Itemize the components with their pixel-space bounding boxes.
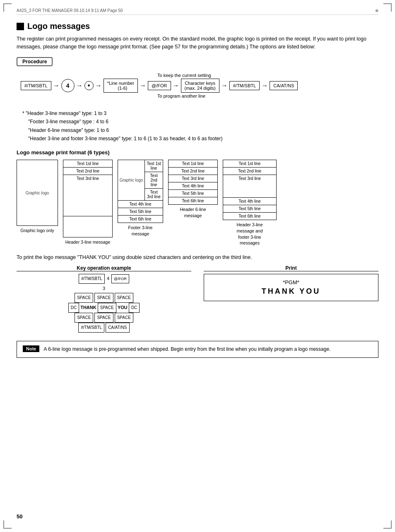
t3-row1: Text 1st line [145, 160, 163, 172]
key-space2: SPACE [94, 293, 113, 303]
note-line-3: "Header 6-line message" type: 1 to 6 [28, 126, 378, 134]
t5-row5: Text 5th line [223, 205, 276, 213]
key-space3: SPACE [115, 293, 133, 303]
arrow1: → [53, 82, 60, 89]
t5-row1: Text 1st line [223, 160, 276, 168]
logo-format-title: Logo message print format (6 types) [17, 149, 378, 156]
t4-row6: Text 6th line [169, 197, 217, 204]
t2-row1: Text 1st line [63, 160, 112, 168]
key-tmsbtl2: #/TM/SBTL [78, 323, 104, 333]
key-diagram: #/TM/SBTL 4 @/FOR 3 SPACE SPACE SPACE DC… [17, 274, 191, 333]
key-for: @/FOR [111, 274, 129, 283]
flow-box-tmsbtl2: #/TM/SBTL [229, 81, 260, 90]
section-title-icon [17, 23, 24, 30]
key-op-col: Key operation example #/TM/SBTL 4 @/FOR … [17, 265, 191, 333]
key-space1: SPACE [75, 293, 93, 303]
page-number: 50 [17, 513, 22, 520]
header-right: ⊕ [375, 8, 378, 13]
print-pgm: *PGM* [211, 279, 371, 285]
arrow5: → [173, 82, 179, 89]
logo-type-label-2: Header 3-line message [65, 239, 111, 245]
program-note: To program another line [157, 93, 205, 98]
key-dc1: DC [68, 303, 79, 313]
key-space4: SPACE [98, 303, 116, 313]
print-thank: THANK YOU [211, 287, 371, 296]
t2-row3: Text 3rd line [63, 175, 112, 216]
title-text: Logo messages [27, 22, 90, 31]
key-row-3: SPACE SPACE SPACE [17, 293, 191, 303]
key-4: 4 [107, 276, 111, 281]
t4-row5: Text 5th line [169, 190, 217, 197]
logo-type-label-1: Graphic logo only [20, 228, 54, 234]
note-badge: Note [23, 345, 39, 352]
arrow3: → [95, 82, 102, 89]
note-text: A 6-line logo message is pre-programmed … [43, 345, 330, 353]
t4-row1: Text 1st line [169, 160, 217, 168]
t3-row2: Text 2nd line [145, 172, 163, 189]
key-space6: SPACE [94, 313, 113, 323]
note-line-1: * "Header 3-line message" type: 1 to 3 [22, 109, 378, 117]
key-you: YOU [118, 305, 129, 310]
key-print-section: Key operation example #/TM/SBTL 4 @/FOR … [17, 265, 378, 333]
logo-format-section: Logo message print format (6 types) Grap… [17, 149, 378, 246]
note-line-2: "Footer 3-line message" type : 4 to 6 [28, 117, 378, 126]
flow-diagram: To keep the current setting #/TM/SBTL → … [17, 70, 378, 103]
intro-text: The register can print programmed messag… [17, 35, 378, 51]
t3-row6: Text 6th line [118, 216, 163, 223]
t5-row3: Text 3rd line [223, 175, 276, 198]
t5-row2: Text 2nd line [223, 168, 276, 175]
key-row-4: DC THANK SPACE YOU DC [17, 303, 191, 313]
page-header: A42S_3 FOR THE MANAGER 09.10.14 9:11 AM … [17, 8, 378, 15]
t2-row2: Text 2nd line [63, 168, 112, 175]
flow-box-caatns: CA/AT/NS [270, 81, 298, 90]
logo-type-label-5: Header 3-linemessage andfooter 3-linemes… [236, 222, 263, 246]
note-box: Note A 6-line logo message is pre-progra… [17, 341, 378, 358]
key-dc2: DC [129, 303, 140, 313]
example-intro: To print the logo message "THANK YOU" us… [17, 254, 378, 260]
t3-row3: Text 3rd line [145, 189, 163, 200]
flow-circle-4: 4 [61, 79, 75, 92]
key-row-6: #/TM/SBTL CA/AT/NS [17, 323, 191, 333]
print-col: Print *PGM* THANK YOU [204, 265, 378, 301]
t4-row4: Text 4th line [169, 182, 217, 190]
flow-dot-circle: • [84, 81, 94, 90]
t3-row4: Text 4th line [118, 201, 163, 208]
logo-types-row: Graphic logo Graphic logo only Text 1st … [17, 160, 378, 246]
arrow2: → [76, 82, 83, 89]
t2-empty [63, 216, 112, 237]
key-space5: SPACE [75, 313, 93, 323]
key-op-col-title: Key operation example [17, 265, 191, 271]
key-caatns: CA/AT/NS [106, 323, 129, 333]
key-row-2: 3 [17, 284, 191, 293]
print-box: *PGM* THANK YOU [204, 274, 378, 301]
section-title: Logo messages [17, 22, 378, 31]
keep-note: To keep the current setting [157, 73, 378, 78]
t5-row6: Text 6th line [223, 213, 276, 220]
key-thank: THANK [80, 305, 98, 310]
arrow6: → [221, 82, 228, 89]
logo-type-1: Graphic logo Graphic logo only [17, 160, 58, 234]
t4-row3: Text 3rd line [169, 175, 217, 182]
logo-type-4: Text 1st line Text 2nd line Text 3rd lin… [168, 160, 218, 218]
header-left: A42S_3 FOR THE MANAGER 09.10.14 9:11 AM … [17, 8, 123, 13]
procedure-badge: Procedure [17, 57, 53, 66]
arrow4: → [140, 82, 146, 89]
logo-type-5: Text 1st line Text 2nd line Text 3rd lin… [223, 160, 277, 246]
print-col-title: Print [204, 265, 378, 271]
logo-type-3: Graphic logo Text 1st line Text 2nd line… [118, 160, 163, 237]
flow-box-tmsbtl1: #/TM/SBTL [21, 81, 51, 90]
logo-type-label-4: Header 6-linemessage [180, 206, 206, 218]
flow-box-for: @/FOR [148, 81, 171, 90]
flow-row: #/TM/SBTL → 4 → • → *Line number (1-6) →… [21, 79, 378, 93]
logo-type-label-3: Footer 3-linemessage [128, 225, 153, 237]
notes-section: * "Header 3-line message" type: 1 to 3 "… [22, 109, 378, 143]
key-row-1: #/TM/SBTL 4 @/FOR [17, 274, 191, 284]
key-row-5: SPACE SPACE SPACE [17, 313, 191, 323]
t4-row2: Text 2nd line [169, 168, 217, 175]
logo-type-2: Text 1st line Text 2nd line Text 3rd lin… [63, 160, 113, 245]
key-space7: SPACE [115, 313, 133, 323]
key-tmsbtl: #/TM/SBTL [79, 274, 105, 284]
key-print-row: Key operation example #/TM/SBTL 4 @/FOR … [17, 265, 378, 333]
t3-row5: Text 5th line [118, 208, 163, 216]
graphic-logo-label-1: Graphic logo [26, 191, 49, 195]
